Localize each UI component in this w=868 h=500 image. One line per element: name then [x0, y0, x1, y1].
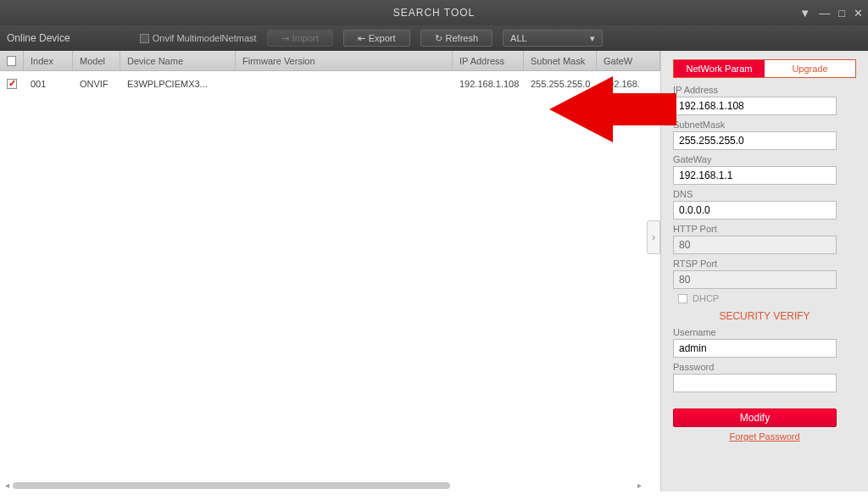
close-icon[interactable]: ✕	[854, 7, 863, 19]
header-gateway[interactable]: GateW	[597, 51, 660, 70]
import-button[interactable]: ⇥ Import	[267, 30, 333, 47]
username-label: Username	[673, 327, 856, 337]
scroll-thumb[interactable]	[13, 482, 450, 489]
field-username: Username	[673, 327, 856, 358]
scroll-left-icon[interactable]: ◂	[5, 481, 9, 490]
chevron-down-icon: ▾	[590, 33, 595, 44]
export-icon: ⇤	[358, 33, 365, 44]
header-subnet[interactable]: Subnet Mask	[524, 51, 597, 70]
refresh-button[interactable]: ↻ Refresh	[420, 30, 493, 47]
username-input[interactable]	[673, 339, 837, 358]
onvif-checkbox[interactable]: Onvif MultimodelNetmast	[140, 33, 257, 43]
field-ip-address: IP Address	[673, 85, 856, 115]
gateway-input[interactable]	[673, 166, 837, 185]
title-bar: SEARCH TOOL ▼ — □ ✕	[0, 0, 868, 25]
row-check[interactable]	[0, 71, 24, 97]
horizontal-scrollbar[interactable]: ◂ ▸	[3, 481, 643, 488]
header-index[interactable]: Index	[24, 51, 73, 70]
header-firmware[interactable]: Firmware Version	[236, 51, 453, 70]
ip-input[interactable]	[673, 97, 837, 115]
row-firmware	[236, 71, 453, 97]
checkbox-icon	[140, 34, 149, 43]
header-model[interactable]: Model	[73, 51, 120, 70]
modify-button[interactable]: Modify	[673, 408, 837, 427]
gateway-label: GateWay	[673, 154, 856, 164]
field-password: Password	[673, 362, 856, 392]
dns-label: DNS	[673, 189, 856, 199]
window-title: SEARCH TOOL	[393, 7, 476, 19]
field-dns: DNS	[673, 189, 856, 219]
field-gateway: GateWay	[673, 154, 856, 185]
field-subnet: SubnetMask	[673, 119, 856, 150]
onvif-label: Onvif MultimodelNetmast	[153, 33, 257, 43]
dns-input[interactable]	[673, 201, 837, 219]
password-input[interactable]	[673, 374, 837, 392]
online-device-label: Online Device	[7, 32, 70, 44]
header-device-name[interactable]: Device Name	[120, 51, 236, 70]
filter-value: ALL	[510, 33, 527, 43]
dropdown-icon[interactable]: ▼	[799, 7, 810, 19]
export-button[interactable]: ⇤ Export	[343, 30, 410, 47]
checkbox-icon	[678, 294, 687, 303]
toolbar: Online Device Onvif MultimodelNetmast ⇥ …	[0, 25, 868, 51]
import-label: Import	[292, 33, 319, 43]
ip-label: IP Address	[673, 85, 856, 95]
field-rtsp-port: RTSP Port	[673, 258, 856, 289]
properties-panel: NetWork Param Upgrade IP Address SubnetM…	[660, 51, 868, 492]
forget-password-link[interactable]: Forget Password	[673, 431, 856, 442]
row-subnet: 255.255.255.0	[524, 71, 597, 97]
collapse-handle[interactable]: ›	[647, 220, 660, 254]
checkbox-checked-icon	[7, 79, 17, 89]
subnet-input[interactable]	[673, 131, 837, 150]
http-input[interactable]	[673, 236, 837, 254]
export-label: Export	[369, 33, 396, 43]
minimize-icon[interactable]: —	[819, 7, 830, 19]
subnet-label: SubnetMask	[673, 119, 856, 130]
table-header: Index Model Device Name Firmware Version…	[0, 51, 660, 71]
row-index: 001	[24, 71, 73, 97]
dhcp-label: DHCP	[693, 293, 719, 303]
device-table-panel: Index Model Device Name Firmware Version…	[0, 51, 660, 492]
dhcp-checkbox[interactable]: DHCP	[678, 293, 851, 303]
scroll-track[interactable]	[11, 482, 636, 487]
refresh-label: Refresh	[446, 33, 479, 43]
content-area: Index Model Device Name Firmware Version…	[0, 51, 868, 492]
filter-dropdown[interactable]: ALL ▾	[503, 30, 603, 47]
http-label: HTTP Port	[673, 224, 856, 234]
table-row[interactable]: 001 ONVIF E3WPLPCIEMX3... 192.168.1.108 …	[0, 71, 660, 97]
tab-upgrade[interactable]: Upgrade	[765, 60, 855, 77]
rtsp-input[interactable]	[673, 270, 837, 289]
scroll-right-icon[interactable]: ▸	[637, 481, 642, 490]
field-http-port: HTTP Port	[673, 224, 856, 254]
window-controls: ▼ — □ ✕	[799, 7, 863, 19]
row-device-name: E3WPLPCIEMX3...	[120, 71, 236, 97]
rtsp-label: RTSP Port	[673, 258, 856, 269]
password-label: Password	[673, 362, 856, 372]
refresh-icon: ↻	[435, 33, 442, 44]
row-gateway: 192.168.	[597, 71, 660, 97]
security-header: SECURITY VERIFY	[673, 310, 856, 322]
chevron-right-icon: ›	[652, 231, 655, 243]
row-model: ONVIF	[73, 71, 120, 97]
row-ip: 192.168.1.108	[453, 71, 524, 97]
header-check[interactable]	[0, 51, 24, 70]
tabs: NetWork Param Upgrade	[673, 59, 856, 78]
header-ip[interactable]: IP Address	[453, 51, 524, 70]
checkbox-icon	[7, 56, 16, 66]
maximize-icon[interactable]: □	[838, 7, 845, 19]
import-icon: ⇥	[281, 33, 289, 44]
tab-network-param[interactable]: NetWork Param	[674, 60, 765, 77]
